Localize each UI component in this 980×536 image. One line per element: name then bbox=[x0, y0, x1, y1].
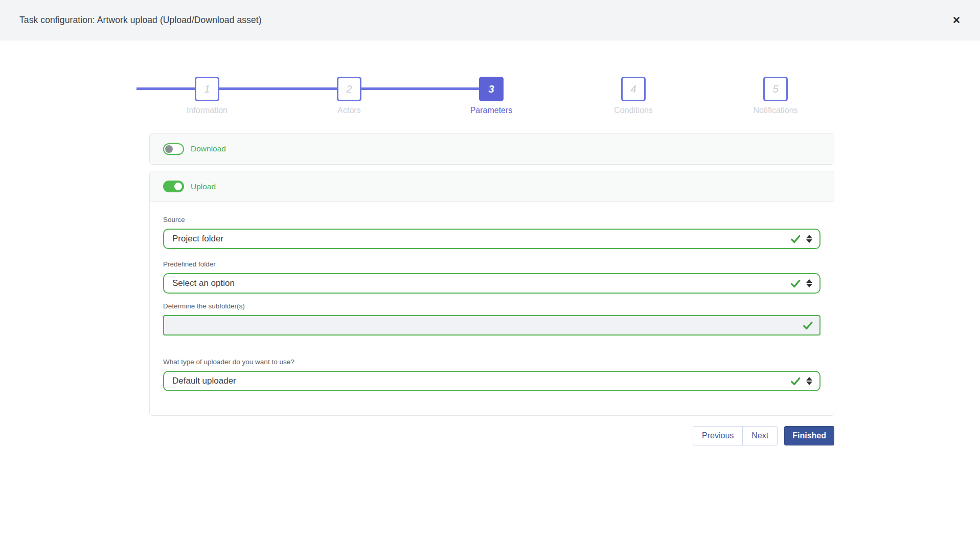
step-number: 4 bbox=[630, 83, 636, 95]
predefined-folder-select[interactable]: Select an option bbox=[163, 273, 821, 294]
step-number: 3 bbox=[488, 83, 494, 95]
upload-toggle-label: Upload bbox=[191, 182, 216, 191]
source-select[interactable]: Project folder bbox=[163, 229, 821, 249]
source-field: Source Project folder bbox=[163, 216, 821, 249]
close-icon[interactable]: ✕ bbox=[948, 13, 965, 27]
source-label: Source bbox=[163, 216, 821, 224]
valid-check-icon bbox=[790, 375, 801, 387]
dialog-header: Task configuration: Artwork upload (Uplo… bbox=[0, 0, 980, 40]
toggle-knob bbox=[174, 183, 182, 190]
step-label: Actors bbox=[337, 106, 360, 115]
step-conditions[interactable]: 4 Conditions bbox=[562, 77, 704, 116]
step-information[interactable]: 1 Information bbox=[136, 77, 278, 116]
valid-check-icon bbox=[802, 320, 813, 331]
uploader-type-field: What type of uploader do you want to use… bbox=[163, 358, 821, 391]
download-panel: Download bbox=[149, 133, 834, 165]
finished-button[interactable]: Finished bbox=[784, 426, 834, 445]
step-number: 1 bbox=[204, 83, 210, 95]
valid-check-icon bbox=[790, 278, 801, 289]
wizard-footer: Previous Next Finished bbox=[149, 426, 834, 445]
step-box: 4 bbox=[621, 77, 646, 101]
valid-check-icon bbox=[790, 233, 801, 244]
wizard-stepper: 1 Information 2 Actors 3 Parameters 4 Co… bbox=[136, 77, 847, 116]
predefined-folder-label: Predefined folder bbox=[163, 260, 821, 268]
page-title: Task configuration: Artwork upload (Uplo… bbox=[19, 15, 262, 26]
step-label: Conditions bbox=[614, 106, 653, 115]
step-number: 5 bbox=[772, 83, 778, 95]
toggle-knob bbox=[165, 145, 173, 153]
step-box: 5 bbox=[763, 77, 788, 101]
next-button[interactable]: Next bbox=[742, 426, 778, 445]
upload-toggle[interactable] bbox=[163, 181, 184, 192]
upload-form: Source Project folder Predefined folder … bbox=[150, 202, 834, 415]
step-box: 1 bbox=[195, 77, 219, 101]
previous-button[interactable]: Previous bbox=[693, 426, 743, 445]
step-notifications[interactable]: 5 Notifications bbox=[704, 77, 847, 116]
subfolder-input[interactable] bbox=[163, 315, 821, 336]
select-arrows-icon bbox=[806, 279, 812, 287]
uploader-type-label: What type of uploader do you want to use… bbox=[163, 358, 821, 366]
subfolder-field: Determine the subfolder(s) bbox=[163, 302, 821, 336]
step-box: 2 bbox=[337, 77, 361, 101]
step-parameters[interactable]: 3 Parameters bbox=[420, 77, 562, 116]
select-arrows-icon bbox=[806, 235, 812, 243]
step-label: Parameters bbox=[470, 106, 513, 115]
uploader-type-select-value: Default uploader bbox=[172, 376, 790, 386]
uploader-type-select[interactable]: Default uploader bbox=[163, 371, 821, 391]
source-select-value: Project folder bbox=[172, 234, 790, 244]
predefined-folder-select-value: Select an option bbox=[172, 278, 790, 288]
upload-panel-header: Upload bbox=[150, 171, 834, 202]
step-label: Notifications bbox=[753, 106, 797, 115]
predefined-folder-field: Predefined folder Select an option bbox=[163, 260, 821, 294]
download-panel-header: Download bbox=[150, 133, 834, 164]
step-number: 2 bbox=[346, 83, 352, 95]
step-actors[interactable]: 2 Actors bbox=[278, 77, 420, 116]
step-box: 3 bbox=[479, 77, 504, 101]
select-arrows-icon bbox=[806, 377, 812, 385]
parameters-content: Download Upload Source Project folder bbox=[149, 133, 834, 416]
upload-panel: Upload Source Project folder Predefined … bbox=[149, 171, 834, 416]
subfolder-label: Determine the subfolder(s) bbox=[163, 302, 821, 310]
download-toggle-label: Download bbox=[191, 144, 226, 153]
download-toggle[interactable] bbox=[163, 143, 184, 155]
step-label: Information bbox=[187, 106, 227, 115]
